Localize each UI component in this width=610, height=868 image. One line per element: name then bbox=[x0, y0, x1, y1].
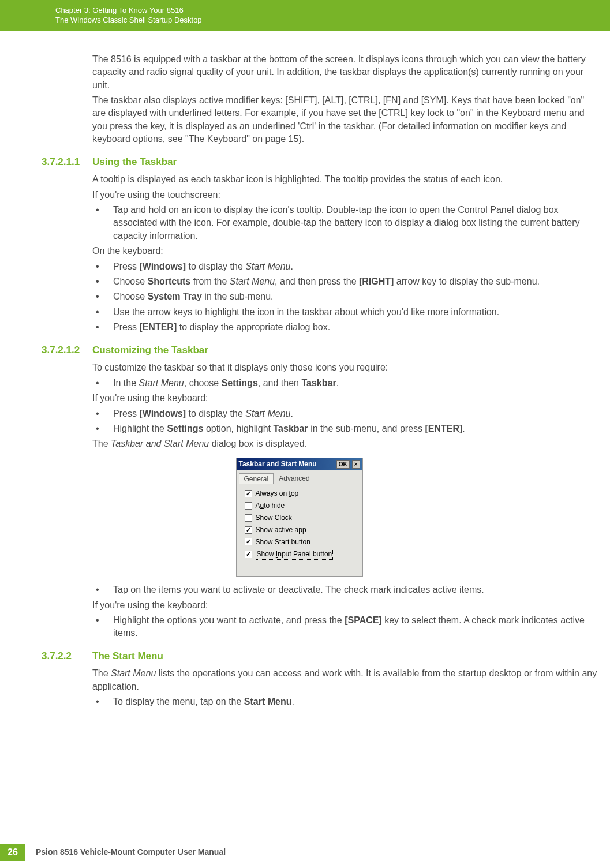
list-item: Press [ENTER] to display the appropriate… bbox=[92, 321, 598, 334]
dialog-screenshot: Taskbar and Start Menu OK × General Adva… bbox=[0, 458, 598, 577]
section-number: 3.7.2.2 bbox=[0, 649, 92, 663]
list-item: To display the menu, tap on the Start Me… bbox=[92, 695, 598, 708]
list-item: Tap on the items you want to activate or… bbox=[92, 583, 598, 596]
s2-p2: If you're using the keyboard: bbox=[92, 392, 598, 405]
checkbox-label: Always on top bbox=[256, 489, 299, 499]
s3-p1: The Start Menu lists the operations you … bbox=[92, 667, 598, 693]
s1-list2: Press [Windows] to display the Start Men… bbox=[92, 260, 598, 334]
s2-list4: Highlight the options you want to activa… bbox=[92, 614, 598, 640]
section-title: Customizing the Taskbar bbox=[92, 343, 598, 357]
checkbox-label: Show Start button bbox=[256, 537, 310, 547]
chapter-line: Chapter 3: Getting To Know Your 8516 bbox=[55, 6, 610, 16]
page-number: 26 bbox=[0, 844, 25, 861]
section-number: 3.7.2.1.2 bbox=[0, 343, 92, 357]
s1-p3: On the keyboard: bbox=[92, 245, 598, 257]
checkbox-icon[interactable] bbox=[245, 538, 252, 545]
list-item: Choose Shortcuts from the Start Menu, an… bbox=[92, 275, 598, 288]
section-number: 3.7.2.1.1 bbox=[0, 155, 92, 169]
s2-list2: Press [Windows] to display the Start Men… bbox=[92, 407, 598, 436]
checkbox-icon[interactable] bbox=[245, 526, 252, 534]
checkbox-label: Show Input Panel button bbox=[256, 549, 334, 560]
list-item: Highlight the options you want to activa… bbox=[92, 614, 598, 640]
checkbox-row[interactable]: Always on top bbox=[245, 489, 357, 499]
s3-list1: To display the menu, tap on the Start Me… bbox=[92, 695, 598, 708]
section-start-menu: 3.7.2.2 The Start Menu bbox=[0, 649, 598, 663]
dialog-tabs: General Advanced bbox=[237, 470, 362, 485]
s2-list1: In the Start Menu, choose Settings, and … bbox=[92, 377, 598, 390]
s2-p1: To customize the taskbar so that it disp… bbox=[92, 361, 598, 374]
checkbox-icon[interactable] bbox=[245, 551, 252, 558]
intro-p1: The 8516 is equipped with a taskbar at t… bbox=[92, 53, 598, 92]
dialog-titlebar: Taskbar and Start Menu OK × bbox=[237, 458, 362, 470]
checkbox-icon[interactable] bbox=[245, 502, 252, 510]
s2-list3: Tap on the items you want to activate or… bbox=[92, 583, 598, 596]
list-item: Press [Windows] to display the Start Men… bbox=[92, 407, 598, 420]
page-header: Chapter 3: Getting To Know Your 8516 The… bbox=[0, 0, 610, 31]
footer-text: Psion 8516 Vehicle-Mount Computer User M… bbox=[25, 847, 226, 858]
taskbar-start-menu-dialog: Taskbar and Start Menu OK × General Adva… bbox=[236, 458, 363, 577]
section-title: Using the Taskbar bbox=[92, 155, 598, 169]
tab-general[interactable]: General bbox=[239, 473, 274, 485]
list-item: Choose System Tray in the sub-menu. bbox=[92, 290, 598, 303]
subtitle-line: The Windows Classic Shell Startup Deskto… bbox=[55, 16, 610, 25]
checkbox-row[interactable]: Auto hide bbox=[245, 501, 357, 511]
checkbox-icon[interactable] bbox=[245, 514, 252, 522]
list-item: Highlight the Settings option, highlight… bbox=[92, 422, 598, 435]
list-item: Tap and hold on an icon to display the i… bbox=[92, 204, 598, 242]
list-item: Use the arrow keys to highlight the icon… bbox=[92, 306, 598, 319]
s2-p4: If you're using the keyboard: bbox=[92, 599, 598, 612]
s1-p1: A tooltip is displayed as each taskbar i… bbox=[92, 173, 598, 186]
section-title: The Start Menu bbox=[92, 649, 598, 663]
checkbox-label: Show Clock bbox=[256, 513, 292, 523]
dialog-body: Always on topAuto hideShow ClockShow act… bbox=[237, 484, 362, 576]
checkbox-label: Auto hide bbox=[256, 501, 285, 511]
s2-p3: The Taskbar and Start Menu dialog box is… bbox=[92, 437, 598, 450]
s1-list1: Tap and hold on an icon to display the i… bbox=[92, 204, 598, 242]
intro-p2: The taskbar also displays active modifie… bbox=[92, 94, 598, 146]
close-button[interactable]: × bbox=[352, 460, 360, 469]
checkbox-row[interactable]: Show Clock bbox=[245, 513, 357, 523]
tab-advanced[interactable]: Advanced bbox=[274, 473, 315, 484]
checkbox-icon[interactable] bbox=[245, 490, 252, 497]
checkbox-row[interactable]: Show active app bbox=[245, 525, 357, 535]
page-content: The 8516 is equipped with a taskbar at t… bbox=[0, 31, 610, 709]
checkbox-row[interactable]: Show Start button bbox=[245, 537, 357, 547]
dialog-title-text: Taskbar and Start Menu bbox=[239, 459, 334, 469]
s1-p2: If you're using the touchscreen: bbox=[92, 189, 598, 201]
list-item: Press [Windows] to display the Start Men… bbox=[92, 260, 598, 273]
ok-button[interactable]: OK bbox=[336, 460, 350, 469]
checkbox-row[interactable]: Show Input Panel button bbox=[245, 549, 357, 560]
section-using-taskbar: 3.7.2.1.1 Using the Taskbar bbox=[0, 155, 598, 169]
page-footer: 26 Psion 8516 Vehicle-Mount Computer Use… bbox=[0, 844, 226, 861]
list-item: In the Start Menu, choose Settings, and … bbox=[92, 377, 598, 390]
section-customizing-taskbar: 3.7.2.1.2 Customizing the Taskbar bbox=[0, 343, 598, 357]
checkbox-label: Show active app bbox=[256, 525, 306, 535]
